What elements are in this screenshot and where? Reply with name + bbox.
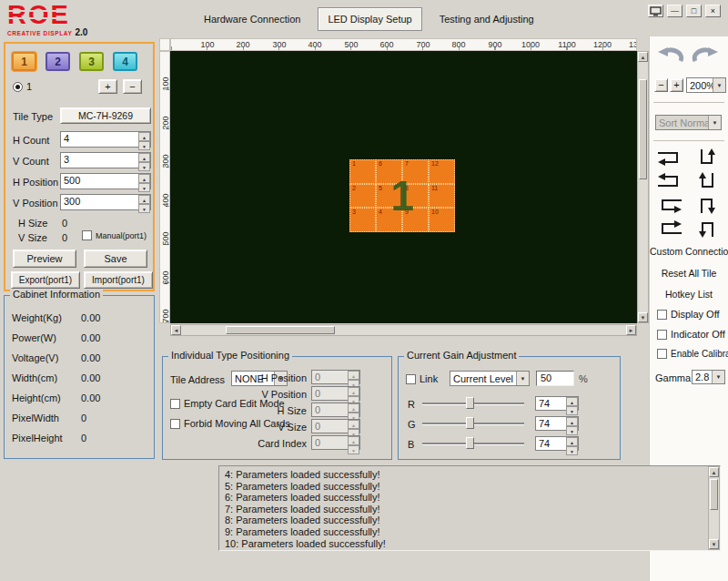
spinner-down-icon[interactable] — [566, 446, 578, 455]
spinner-down-icon[interactable] — [566, 426, 578, 435]
connection-pattern-h1-icon[interactable] — [654, 148, 685, 168]
maximize-button[interactable]: □ — [686, 5, 702, 17]
port-tab-4[interactable]: 4 — [113, 52, 137, 71]
scroll-right-icon[interactable] — [626, 325, 636, 335]
tab-hardware-connection[interactable]: Hardware Connection — [194, 7, 310, 31]
scroll-up-icon[interactable] — [709, 467, 719, 477]
spinner-up-icon[interactable] — [138, 153, 150, 162]
tab-led-display-setup[interactable]: LED Display Setup — [318, 7, 421, 31]
hotkey-list-link[interactable]: Hotkey List — [650, 289, 728, 300]
canvas-vertical-scrollbar[interactable] — [637, 51, 649, 323]
link-checkbox[interactable]: Link — [406, 373, 438, 384]
tile-type-button[interactable]: MC-7H-9269 — [60, 107, 151, 124]
slider-thumb[interactable] — [466, 437, 474, 449]
port-config-panel: 1 2 3 4 1 + − Tile Type MC-7H-9269 H Cou… — [4, 42, 155, 291]
red-gain-stepper[interactable]: 74 — [535, 396, 579, 411]
display-layout-canvas[interactable]: 1 6 7 12 2 5 8 11 3 4 9 10 1 — [170, 51, 637, 323]
custom-connection-link[interactable]: Custom Connection — [650, 246, 728, 257]
red-gain-slider[interactable] — [422, 397, 524, 410]
remove-group-button[interactable]: − — [123, 79, 142, 94]
redo-button[interactable] — [690, 46, 721, 66]
preview-button[interactable]: Preview — [13, 250, 76, 268]
spinner-up-icon[interactable] — [566, 417, 578, 426]
spinner-down-icon[interactable] — [138, 204, 150, 213]
pos-v-position-stepper[interactable]: 0 — [311, 386, 360, 401]
port-tab-1[interactable]: 1 — [12, 52, 36, 71]
save-button[interactable]: Save — [84, 250, 147, 268]
export-port1-button[interactable]: Export(port1) — [11, 271, 80, 289]
pos-v-size-stepper[interactable]: 0 — [311, 419, 360, 433]
h-count-stepper[interactable]: 4 — [60, 131, 151, 148]
connection-pattern-v2-icon[interactable] — [692, 171, 723, 191]
display-off-checkbox[interactable]: Display Off — [657, 309, 720, 320]
sort-dropdown[interactable]: Sort Normal — [655, 115, 722, 130]
connection-pattern-h3-icon[interactable] — [654, 195, 685, 215]
spinner-down-icon[interactable] — [348, 445, 359, 454]
port-tab-2[interactable]: 2 — [46, 52, 70, 71]
scrollbar-thumb[interactable] — [226, 326, 335, 334]
minimize-button[interactable]: — — [667, 5, 682, 17]
close-button[interactable]: × — [705, 5, 721, 17]
blue-gain-slider[interactable] — [422, 437, 524, 450]
display-monitor-icon[interactable] — [648, 5, 663, 17]
tile-group-1[interactable]: 1 6 7 12 2 5 8 11 3 4 9 10 1 — [349, 159, 455, 232]
enable-calibration-checkbox[interactable]: Enable Calibration — [657, 349, 728, 359]
zoom-level-dropdown[interactable]: 200% — [686, 77, 726, 93]
zoom-in-button[interactable]: + — [670, 78, 683, 92]
connection-pattern-h4-icon[interactable] — [654, 219, 685, 239]
port-tab-3[interactable]: 3 — [79, 52, 104, 71]
scrollbar-thumb[interactable] — [639, 79, 647, 179]
pos-h-position-stepper[interactable]: 0 — [311, 370, 360, 384]
scroll-up-icon[interactable] — [638, 52, 648, 62]
pos-h-size-stepper[interactable]: 0 — [311, 403, 360, 417]
green-gain-slider[interactable] — [422, 417, 524, 430]
reset-all-tile-link[interactable]: Reset All Tile — [650, 268, 728, 279]
log-vertical-scrollbar[interactable] — [708, 466, 720, 550]
spinner-up-icon[interactable] — [348, 436, 359, 445]
tile-address-label: Tile Address — [170, 374, 225, 385]
spinner-up-icon[interactable] — [566, 397, 578, 406]
h-position-stepper[interactable]: 500 — [60, 173, 151, 189]
spinner-down-icon[interactable] — [138, 162, 150, 171]
spinner-down-icon[interactable] — [138, 141, 150, 150]
import-port1-button[interactable]: Import(port1) — [84, 271, 153, 289]
scroll-down-icon[interactable] — [638, 312, 648, 322]
spinner-up-icon[interactable] — [348, 371, 359, 380]
spinner-up-icon[interactable] — [138, 132, 150, 141]
spinner-up-icon[interactable] — [138, 174, 150, 183]
slider-thumb[interactable] — [466, 417, 474, 429]
tab-testing-and-adjusting[interactable]: Testing and Adjusting — [430, 7, 544, 31]
canvas-horizontal-scrollbar[interactable] — [170, 324, 637, 336]
add-group-button[interactable]: + — [98, 79, 117, 94]
connection-pattern-h2-icon[interactable] — [654, 171, 685, 191]
undo-button[interactable] — [655, 46, 686, 66]
spinner-up-icon[interactable] — [348, 403, 359, 413]
scrollbar-thumb[interactable] — [710, 479, 718, 510]
scroll-left-icon[interactable] — [171, 325, 181, 335]
zoom-out-button[interactable]: − — [654, 78, 668, 92]
spinner-up-icon[interactable] — [138, 195, 150, 204]
card-index-stepper[interactable]: 0 — [311, 435, 360, 450]
indicator-off-checkbox[interactable]: Indicator Off — [657, 329, 725, 340]
group-radio-1[interactable]: 1 — [13, 81, 32, 92]
blue-gain-stepper[interactable]: 74 — [535, 436, 579, 451]
v-count-stepper[interactable]: 3 — [60, 152, 151, 168]
spinner-down-icon[interactable] — [138, 183, 150, 192]
manual-port1-checkbox[interactable]: Manual(port1) — [82, 230, 147, 240]
spinner-up-icon[interactable] — [348, 387, 359, 396]
connection-pattern-v4-icon[interactable] — [692, 219, 723, 239]
gamma-dropdown[interactable]: 2.8 — [692, 370, 725, 384]
v-position-stepper[interactable]: 300 — [60, 194, 151, 210]
slider-thumb[interactable] — [466, 397, 474, 409]
connection-pattern-v1-icon[interactable] — [692, 148, 723, 168]
spinner-up-icon[interactable] — [348, 420, 359, 429]
connection-pattern-v3-icon[interactable] — [692, 195, 723, 215]
scroll-down-icon[interactable] — [709, 539, 719, 549]
spinner-down-icon[interactable] — [566, 406, 578, 415]
main-tabs: Hardware Connection LED Display Setup Te… — [194, 7, 544, 31]
green-gain-stepper[interactable]: 74 — [535, 416, 579, 431]
current-level-dropdown[interactable]: Current Level 1 — [450, 371, 530, 386]
status-log[interactable]: 4: Parameters loaded successfully! 5: Pa… — [218, 465, 721, 551]
gain-percent-input[interactable]: 50 — [536, 371, 574, 386]
spinner-up-icon[interactable] — [566, 437, 578, 446]
